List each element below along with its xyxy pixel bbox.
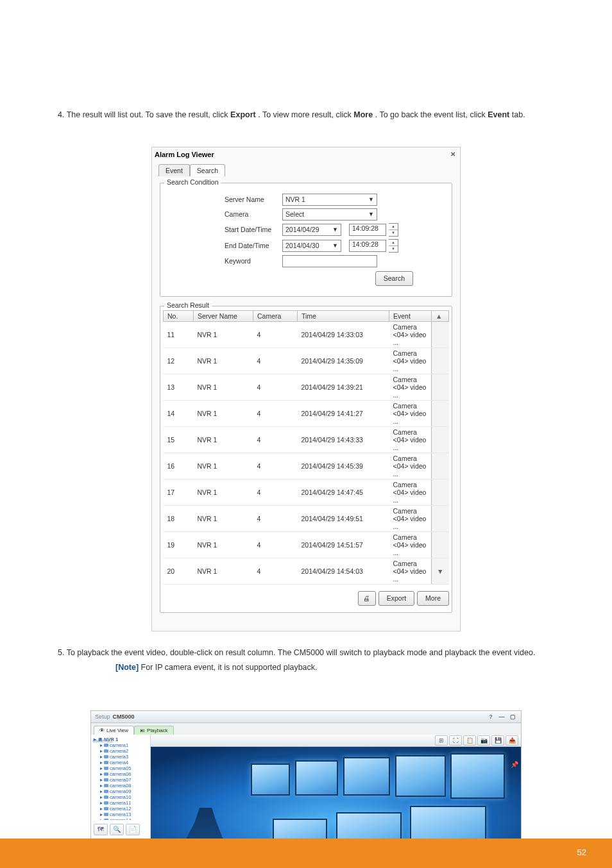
table-row[interactable]: 18NVR 142014/04/29 14:49:51Camera <04> v… <box>164 505 449 531</box>
table-row[interactable]: 16NVR 142014/04/29 14:45:39Camera <04> v… <box>164 453 449 479</box>
tree-camera-item[interactable]: ▸camera10 <box>94 794 148 800</box>
col-server[interactable]: Server Name <box>194 310 253 321</box>
setup-link[interactable]: Setup <box>95 714 110 720</box>
export-video-button[interactable]: 📤 <box>506 735 518 746</box>
tree-camera-item[interactable]: ▸camera05 <box>94 765 148 771</box>
end-time-input[interactable]: 14:09:28 <box>349 240 386 252</box>
camera-icon <box>104 778 108 781</box>
close-icon[interactable]: ✕ <box>448 150 457 159</box>
fullscreen-icon: ⛶ <box>453 737 459 744</box>
start-time-input[interactable]: 14:09:28 <box>349 224 386 236</box>
tree-camera-item[interactable]: ▸camera13 <box>94 812 148 817</box>
tree-camera-item[interactable]: ▸camera4 <box>94 760 148 765</box>
camera-icon <box>104 801 108 805</box>
tab-event[interactable]: Event <box>158 164 190 176</box>
start-date-input[interactable]: 2014/04/29 ▼ <box>282 224 341 236</box>
chevron-down-icon: ▼ <box>368 211 374 217</box>
export-icon: 📤 <box>509 737 516 744</box>
col-no[interactable]: No. <box>164 310 194 321</box>
tab-live-view[interactable]: 👁 Live View <box>94 726 134 735</box>
search-result-legend: Search Result <box>164 301 212 309</box>
eye-icon: 👁 <box>99 728 105 733</box>
printer-icon: 🖨 <box>363 594 370 602</box>
search-result-group: Search Result No. Server Name Camera Tim… <box>160 306 452 613</box>
tabs: Event Search <box>158 164 454 176</box>
table-row[interactable]: 19NVR 142014/04/29 14:51:57Camera <04> v… <box>164 531 449 558</box>
grid-icon: ⊞ <box>439 737 444 744</box>
tree-camera-item[interactable]: ▸camera09 <box>94 789 148 794</box>
search-button[interactable]: Search <box>375 271 413 286</box>
col-time[interactable]: Time <box>298 310 389 321</box>
end-time-spinner[interactable]: ▲▼ <box>389 239 398 253</box>
grid-button[interactable]: ⊞ <box>435 735 448 746</box>
camera-icon <box>104 755 108 758</box>
camera-icon <box>104 744 108 747</box>
camera-icon <box>104 790 108 793</box>
more-button[interactable]: More <box>417 591 449 606</box>
settings-button[interactable]: 📋 <box>463 735 476 746</box>
search-tool-button[interactable]: 🔍 <box>110 824 124 835</box>
snapshot-button[interactable]: 📷 <box>477 735 490 746</box>
page-number: 52 <box>577 847 586 857</box>
search-condition-legend: Search Condition <box>164 178 221 186</box>
col-event[interactable]: Event <box>389 310 432 321</box>
list-icon: 📄 <box>129 826 137 833</box>
camera-icon <box>104 813 108 816</box>
tree-camera-item[interactable]: ▸camera06 <box>94 771 148 777</box>
chevron-down-icon: ▼ <box>332 226 338 233</box>
app-title: CM5000 <box>113 714 135 720</box>
table-row[interactable]: 20NVR 142014/04/29 14:54:03Camera <04> v… <box>164 558 449 584</box>
camera-icon <box>104 749 108 753</box>
map-tool-button[interactable]: 🗺 <box>94 824 108 835</box>
table-row[interactable]: 11NVR 142014/04/29 14:33:03Camera <04> v… <box>164 321 449 347</box>
page-footer-bar: 52 <box>0 839 612 868</box>
export-button[interactable]: Export <box>378 591 414 606</box>
pin-icon[interactable]: 📌 <box>511 761 518 768</box>
tree-camera-item[interactable]: ▸camera3 <box>94 754 148 760</box>
server-name-select[interactable]: NVR 1 ▼ <box>282 194 377 206</box>
table-row[interactable]: 15NVR 142014/04/29 14:43:33Camera <04> v… <box>164 426 449 453</box>
scroll-up-icon[interactable]: ▲ <box>432 310 449 321</box>
server-name-label: Server Name <box>225 196 282 203</box>
tree-camera-item[interactable]: ▸camera08 <box>94 783 148 789</box>
fullscreen-button[interactable]: ⛶ <box>449 735 462 746</box>
table-row[interactable]: 12NVR 142014/04/29 14:35:09Camera <04> v… <box>164 347 449 374</box>
cm5000-titlebar: Setup CM5000 ? — ▢ <box>91 711 521 723</box>
start-time-spinner[interactable]: ▲▼ <box>389 223 398 237</box>
chevron-down-icon: ▼ <box>332 242 338 249</box>
tab-search[interactable]: Search <box>190 164 225 176</box>
step-4-text: 4. The result will list out. To save the… <box>0 0 612 121</box>
start-datetime-label: Start Date/Time <box>225 226 282 233</box>
gear-icon: 📋 <box>466 737 473 744</box>
search-icon: 🔍 <box>113 826 121 833</box>
chevron-down-icon: ▼ <box>368 196 374 203</box>
save-button[interactable]: 💾 <box>491 735 504 746</box>
camera-label: Camera <box>225 210 282 218</box>
print-button[interactable]: 🖨 <box>358 591 376 606</box>
end-date-input[interactable]: 2014/04/30 ▼ <box>282 240 341 252</box>
tree-camera-item[interactable]: ▸camera11 <box>94 800 148 806</box>
table-row[interactable]: 17NVR 142014/04/29 14:47:45Camera <04> v… <box>164 479 449 505</box>
table-row[interactable]: 13NVR 142014/04/29 14:39:21Camera <04> v… <box>164 374 449 400</box>
tree-camera-item[interactable]: ▸camera12 <box>94 806 148 812</box>
alarm-log-viewer-window: Alarm Log Viewer ✕ Event Search Search C… <box>151 147 461 631</box>
search-condition-group: Search Condition Server Name NVR 1 ▼ Cam… <box>160 183 452 297</box>
table-row[interactable]: 14NVR 142014/04/29 14:41:27Camera <04> v… <box>164 400 449 426</box>
camera-icon: 📷 <box>480 737 488 744</box>
save-icon: 💾 <box>495 737 502 744</box>
camera-icon <box>104 784 108 787</box>
list-tool-button[interactable]: 📄 <box>126 824 140 835</box>
help-icon[interactable]: ? <box>486 712 495 721</box>
camera-icon <box>104 767 108 770</box>
tree-camera-item[interactable]: ▸camera07 <box>94 777 148 783</box>
keyword-input[interactable] <box>282 255 377 267</box>
camera-icon <box>104 772 108 776</box>
minimize-icon[interactable]: — <box>497 712 506 721</box>
camera-select[interactable]: Select ▼ <box>282 208 377 221</box>
window-title: Alarm Log Viewer <box>155 151 214 158</box>
tab-playback[interactable]: ⏯ Playback <box>134 726 173 735</box>
playback-icon: ⏯ <box>140 728 145 733</box>
tree-camera-item[interactable]: ▸camera2 <box>94 748 148 754</box>
maximize-icon[interactable]: ▢ <box>508 712 517 721</box>
col-camera[interactable]: Camera <box>253 310 298 321</box>
